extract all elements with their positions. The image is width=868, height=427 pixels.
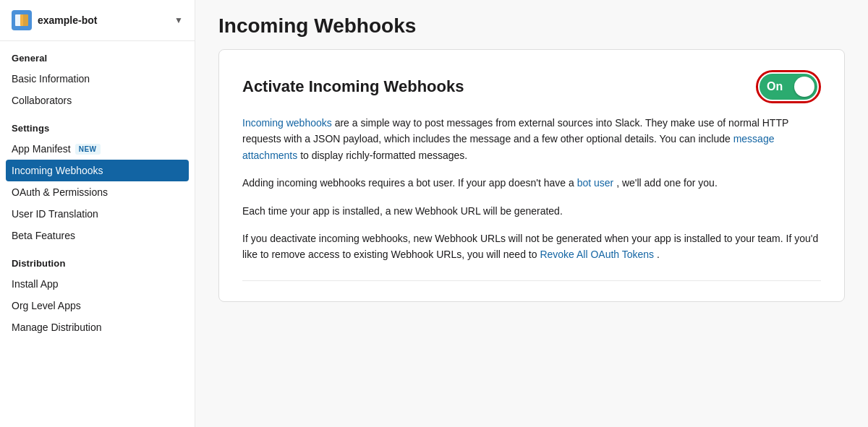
distribution-section-label: Distribution <box>0 246 195 273</box>
page-title: Incoming Webhooks <box>218 14 845 38</box>
main-content: Incoming Webhooks Activate Incoming Webh… <box>195 0 868 427</box>
sidebar-distribution-section: Distribution Install App Org Level Apps … <box>0 246 195 338</box>
sidebar-item-user-id-translation[interactable]: User ID Translation <box>0 203 195 225</box>
sidebar-item-org-level-apps[interactable]: Org Level Apps <box>0 295 195 316</box>
sidebar-item-app-manifest[interactable]: App Manifest NEW <box>0 138 195 160</box>
content-area: Activate Incoming Webhooks On Incoming w… <box>195 49 868 427</box>
sidebar-item-incoming-webhooks[interactable]: Incoming Webhooks <box>6 160 189 181</box>
chevron-down-icon: ▼ <box>174 15 183 25</box>
sidebar-settings-section: Settings App Manifest NEW Incoming Webho… <box>0 111 195 246</box>
app-name: example-bot <box>38 14 174 26</box>
paragraph-3: Each time your app is installed, a new W… <box>242 203 821 219</box>
page-header: Incoming Webhooks <box>195 0 868 49</box>
sidebar-item-collaborators[interactable]: Collaborators <box>0 90 195 111</box>
paragraph-1-text-2: to display richly-formatted messages. <box>300 150 467 161</box>
settings-section-label: Settings <box>0 111 195 138</box>
toggle-wrapper: On <box>756 70 821 103</box>
toggle-label: On <box>767 80 783 93</box>
activate-webhooks-toggle[interactable]: On <box>760 74 817 100</box>
card-body: Incoming webhooks are a simple way to po… <box>242 115 821 263</box>
paragraph-1: Incoming webhooks are a simple way to po… <box>242 115 821 163</box>
toggle-knob <box>794 77 814 97</box>
sidebar-item-beta-features[interactable]: Beta Features <box>0 225 195 246</box>
bot-user-link[interactable]: bot user <box>577 177 614 189</box>
sidebar-item-install-app[interactable]: Install App <box>0 273 195 295</box>
paragraph-2-text-1: Adding incoming webhooks requires a bot … <box>242 177 577 189</box>
incoming-webhooks-link[interactable]: Incoming webhooks <box>242 117 332 129</box>
sidebar-general-section: General Basic Information Collaborators <box>0 41 195 111</box>
main-card: Activate Incoming Webhooks On Incoming w… <box>218 49 845 302</box>
sidebar-item-manage-distribution[interactable]: Manage Distribution <box>0 316 195 338</box>
paragraph-4-text-2: . <box>657 249 660 260</box>
app-icon <box>12 10 32 30</box>
revoke-oauth-tokens-link[interactable]: Revoke All OAuth Tokens <box>540 249 654 260</box>
sidebar-item-basic-information[interactable]: Basic Information <box>0 68 195 90</box>
sidebar-item-oauth-permissions[interactable]: OAuth & Permissions <box>0 181 195 203</box>
card-title: Activate Incoming Webhooks <box>242 77 464 96</box>
paragraph-4: If you deactivate incoming webhooks, new… <box>242 230 821 263</box>
general-section-label: General <box>0 41 195 68</box>
paragraph-4-text-1: If you deactivate incoming webhooks, new… <box>242 233 818 260</box>
card-divider <box>242 280 821 281</box>
paragraph-2-text-2: , we'll add one for you. <box>616 177 718 189</box>
new-badge: NEW <box>75 144 101 155</box>
sidebar: example-bot ▼ General Basic Information … <box>0 0 195 427</box>
card-header: Activate Incoming Webhooks On <box>242 70 821 103</box>
app-selector[interactable]: example-bot ▼ <box>0 0 195 41</box>
paragraph-2: Adding incoming webhooks requires a bot … <box>242 175 821 191</box>
svg-rect-2 <box>20 14 28 26</box>
